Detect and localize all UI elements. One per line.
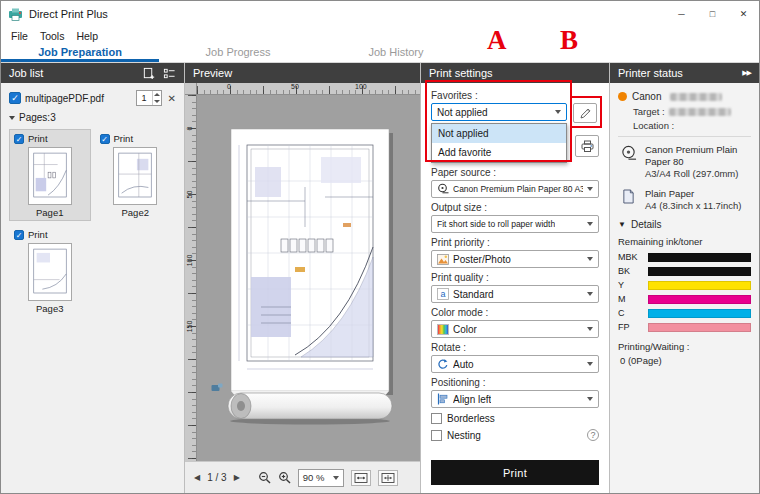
maximize-button[interactable]: □	[697, 1, 728, 26]
color-mode-select[interactable]: Color	[431, 320, 599, 338]
zoom-level-select[interactable]: 90 %	[298, 469, 344, 487]
print-page-checkbox[interactable]: ✓	[14, 230, 24, 240]
ink-row-c: C	[618, 308, 751, 318]
page-thumbnail-image[interactable]	[28, 243, 72, 301]
favorites-option-not-applied[interactable]: Not applied	[432, 124, 566, 143]
zoom-out-button[interactable]	[258, 471, 271, 484]
job-file-name: multipagePDF.pdf	[25, 93, 132, 104]
copies-stepper-arrows[interactable]	[152, 91, 161, 105]
next-page-button[interactable]: ▶	[234, 473, 240, 482]
output-size-label: Output size :	[431, 202, 599, 213]
app-icon	[8, 7, 23, 22]
get-printer-settings-button[interactable]	[575, 135, 599, 157]
copies-stepper[interactable]: 1	[136, 90, 162, 106]
triangle-down-icon: ▼	[618, 220, 626, 229]
tabbar: Job Preparation Job Progress Job History	[1, 44, 759, 63]
job-file-checkbox[interactable]: ✓	[9, 92, 21, 104]
printer-name: Canon	[632, 91, 661, 102]
color-mode-field: Color mode : Color	[431, 307, 599, 338]
ruler-number: 50	[186, 189, 193, 201]
tab-job-history[interactable]: Job History	[317, 44, 475, 62]
fit-to-page-button[interactable]	[378, 470, 398, 486]
fit-to-width-button[interactable]	[351, 470, 371, 486]
page-thumbnail-image[interactable]	[28, 147, 72, 205]
remove-job-button[interactable]: ✕	[166, 93, 178, 104]
tab-job-preparation[interactable]: Job Preparation	[1, 44, 159, 62]
favorites-value: Not applied	[437, 107, 488, 118]
pages-toggle[interactable]: Pages:3	[1, 110, 184, 125]
page-thumbnail-3[interactable]: ✓Print Page3	[9, 225, 91, 317]
chevron-down-icon	[9, 116, 15, 120]
favorites-select[interactable]: Not applied	[431, 103, 567, 121]
page-caption: Page3	[14, 303, 86, 314]
rotate-icon	[437, 358, 449, 370]
chevron-down-icon	[587, 397, 593, 401]
print-page-checkbox[interactable]: ✓	[100, 134, 110, 144]
nesting-checkbox[interactable]	[431, 430, 442, 441]
ruler-number: 150	[186, 321, 193, 333]
details-toggle[interactable]: ▼ Details	[618, 219, 751, 230]
printing-waiting-label: Printing/Waiting :	[618, 341, 751, 352]
tab-job-progress[interactable]: Job Progress	[159, 44, 317, 62]
collapse-status-panel-button[interactable]: ▶▶	[742, 69, 751, 77]
preview-title: Preview	[193, 67, 232, 79]
nesting-label: Nesting	[447, 430, 481, 441]
ruler-number: 0	[186, 123, 193, 135]
page-caption: Page2	[100, 207, 172, 218]
menu-tools[interactable]: Tools	[34, 30, 71, 42]
menu-file[interactable]: File	[5, 30, 34, 42]
job-list-title: Job list	[9, 67, 43, 79]
preview-canvas[interactable]	[197, 95, 420, 461]
positioning-select[interactable]: Align left	[431, 390, 599, 408]
paper-source-select[interactable]: Canon Premium Plain Paper 80 A3/A4	[431, 180, 599, 198]
print-priority-select[interactable]: Poster/Photo	[431, 250, 599, 268]
page-thumbnail-1[interactable]: ✓Print Page1	[9, 129, 91, 221]
output-size-select[interactable]: Fit short side to roll paper width	[431, 215, 599, 233]
preview-page	[225, 127, 395, 427]
job-file-row[interactable]: ✓ multipagePDF.pdf 1 ✕	[1, 83, 184, 110]
ruler-number: 100	[355, 83, 367, 90]
main-panels: Job list ✓ multipagePDF.pdf 1 ✕	[1, 63, 759, 493]
page-thumbnail-2[interactable]: ✓Print Page2	[95, 129, 177, 221]
favorites-label: Favorites :	[431, 90, 599, 101]
paper-source-label: Paper source :	[431, 167, 599, 178]
stepper-down-icon[interactable]	[153, 98, 161, 105]
menu-help[interactable]: Help	[70, 30, 104, 42]
zoom-value: 90 %	[303, 472, 325, 483]
print-settings-title: Print settings	[429, 67, 493, 79]
sheet-media-name: Plain Paper	[645, 188, 741, 200]
close-button[interactable]: ✕	[728, 1, 759, 26]
chevron-down-icon	[587, 257, 593, 261]
favorites-option-add-favorite[interactable]: Add favorite	[432, 143, 566, 162]
edit-favorites-button[interactable]	[573, 103, 597, 123]
page-thumbnails: ✓Print Page1 ✓Print Page2 ✓Print Page3	[1, 125, 184, 321]
job-list-view-button[interactable]	[163, 67, 176, 80]
titlebar: Direct Print Plus ─ □ ✕	[1, 1, 759, 27]
rotate-select[interactable]: Auto	[431, 355, 599, 373]
vertical-ruler: 0 50 100 150	[185, 95, 197, 461]
positioning-label: Positioning :	[431, 377, 599, 388]
color-swatch-icon	[437, 324, 449, 335]
zoom-in-button[interactable]	[278, 471, 291, 484]
pages-label: Pages:3	[19, 112, 56, 123]
ink-bar-fill	[648, 253, 751, 262]
page-thumbnail-image[interactable]	[113, 147, 157, 205]
borderless-checkbox[interactable]	[431, 413, 442, 424]
minimize-button[interactable]: ─	[666, 1, 697, 26]
printer-status-panel: Printer status ▶▶ Canon Target : Locatio…	[610, 63, 759, 493]
align-left-icon	[437, 393, 449, 405]
rotate-label: Rotate :	[431, 342, 599, 353]
add-job-button[interactable]	[142, 67, 155, 80]
print-quality-select[interactable]: a Standard	[431, 285, 599, 303]
print-quality-field: Print quality : a Standard	[431, 272, 599, 303]
stepper-up-icon[interactable]	[153, 91, 161, 98]
printer-status-title: Printer status	[618, 67, 683, 79]
ink-row-fp: FP	[618, 322, 751, 332]
ink-bar-fill	[648, 295, 751, 304]
print-quality-label: Print quality :	[431, 272, 599, 283]
nesting-help-icon[interactable]: ?	[587, 429, 599, 441]
prev-page-button[interactable]: ◀	[194, 473, 200, 482]
print-button[interactable]: Print	[431, 460, 599, 485]
job-list-panel: Job list ✓ multipagePDF.pdf 1 ✕	[1, 63, 185, 493]
print-page-checkbox[interactable]: ✓	[14, 134, 24, 144]
